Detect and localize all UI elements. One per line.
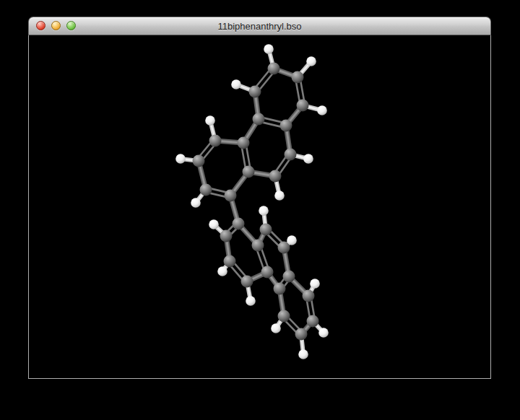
hydrogen-atom[interactable] (217, 266, 228, 276)
carbon-atom[interactable] (260, 224, 272, 236)
window-title: 11biphenanthryl.bso (79, 17, 440, 35)
carbon-atom[interactable] (261, 266, 274, 279)
carbon-atom[interactable] (292, 71, 304, 84)
window-controls (36, 21, 76, 30)
hydrogen-atom[interactable] (274, 191, 285, 201)
carbon-atom[interactable] (274, 283, 286, 295)
carbon-atom[interactable] (209, 135, 222, 147)
carbon-atom[interactable] (193, 155, 205, 167)
carbon-atom[interactable] (233, 218, 245, 230)
molecule-canvas[interactable] (29, 35, 490, 378)
carbon-atom[interactable] (224, 255, 236, 268)
close-button[interactable] (36, 21, 46, 30)
hydrogen-atom[interactable] (287, 235, 297, 245)
hydrogen-atom[interactable] (298, 349, 308, 359)
hydrogen-atom[interactable] (310, 279, 320, 289)
hydrogen-atom[interactable] (231, 79, 241, 89)
hydrogen-atom[interactable] (317, 105, 327, 115)
hydrogen-atom[interactable] (205, 115, 215, 126)
carbon-atom[interactable] (307, 315, 319, 328)
carbon-atom[interactable] (200, 184, 212, 196)
carbon-atom[interactable] (225, 190, 237, 202)
zoom-button[interactable] (66, 21, 76, 30)
hydrogen-atom[interactable] (306, 56, 316, 66)
window-titlebar[interactable]: 11biphenanthryl.bso (28, 17, 491, 35)
carbon-atom[interactable] (241, 276, 254, 288)
carbon-atom[interactable] (278, 310, 290, 323)
carbon-atom[interactable] (283, 271, 295, 283)
hydrogen-atom[interactable] (303, 154, 313, 164)
hydrogen-atom[interactable] (209, 219, 219, 229)
molecule-viewport[interactable] (28, 35, 491, 379)
minimize-button[interactable] (51, 21, 61, 30)
hydrogen-atom[interactable] (271, 323, 281, 333)
carbon-atom[interactable] (295, 328, 308, 341)
carbon-atom[interactable] (220, 230, 233, 242)
carbon-atom[interactable] (285, 149, 297, 161)
desktop: 11biphenanthryl.bso (0, 0, 520, 420)
carbon-atom[interactable] (243, 166, 255, 178)
hydrogen-atom[interactable] (264, 44, 274, 54)
hydrogen-atom[interactable] (318, 328, 329, 338)
hydrogen-atom[interactable] (191, 198, 201, 208)
carbon-atom[interactable] (303, 290, 315, 302)
hydrogen-atom[interactable] (176, 154, 186, 164)
carbon-atom[interactable] (253, 113, 265, 126)
hydrogen-atom[interactable] (246, 296, 256, 306)
carbon-atom[interactable] (269, 170, 282, 183)
viewer-window: 11biphenanthryl.bso (28, 17, 491, 379)
carbon-atom[interactable] (238, 137, 250, 149)
carbon-atom[interactable] (297, 100, 309, 112)
carbon-atom[interactable] (280, 120, 292, 132)
carbon-atom[interactable] (252, 240, 264, 252)
hydrogen-atom[interactable] (259, 206, 269, 216)
carbon-atom[interactable] (268, 63, 280, 75)
carbon-atom[interactable] (249, 86, 261, 98)
